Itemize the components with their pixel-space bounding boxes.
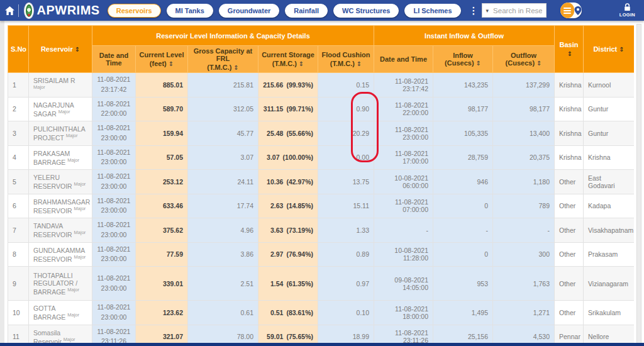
table-row: 6BRAHMAMSAGAR RESERVOIR Major11-08-20212… <box>8 194 635 218</box>
reservoir-type-badge: Major <box>33 84 45 90</box>
nav-tab-reservoirs[interactable]: Reservoirs <box>108 4 161 18</box>
cell-reservoir-name: BRAHMAMSAGAR RESERVOIR Major <box>29 194 92 218</box>
sort-icon: ⇕ <box>299 60 304 67</box>
cell-district: Kurnool <box>584 73 634 98</box>
cell-basin: Other <box>555 218 584 243</box>
cell-inflow: 946 <box>433 170 493 194</box>
apwrims-logo <box>24 3 34 19</box>
cell-reservoir-name: PRAKASAM BARRAGE Major <box>29 145 92 170</box>
cell-reservoir-name: GUNDLAKAMMA RESERVOIR Major <box>29 242 92 267</box>
brand-title: APWRIMS <box>37 3 100 18</box>
nav-tab-groundwater[interactable]: Groundwater <box>219 4 279 18</box>
storage-percentage: (99.93%) <box>286 81 313 89</box>
cell-flood-cushion: 0.90 <box>318 97 374 121</box>
nav-tab-wc-structures[interactable]: WC Structures <box>333 4 399 18</box>
search-input[interactable] <box>493 7 542 14</box>
cell-level-date-time: 11-08-202123:00:00 <box>92 301 136 325</box>
nav-tab-rainfall[interactable]: Rainfall <box>285 4 328 18</box>
cell-flood-cushion: 13.75 <box>318 170 374 194</box>
cell-instant-date-time: 11-08-2021 18:00:00 <box>374 301 433 325</box>
cell-district: Guntur <box>584 121 634 146</box>
table-row: 10GOTTA BARRAGE Major11-08-202123:00:001… <box>8 301 635 325</box>
left-scrollbar[interactable] <box>0 21 4 346</box>
cell-gross-capacity: 4.96 <box>188 218 258 243</box>
col-header-outflow[interactable]: Outflow (Cusecs)⇕ <box>493 46 555 73</box>
cell-current-level: 77.59 <box>136 242 188 267</box>
cell-sno: 9 <box>8 267 29 301</box>
login-button[interactable]: LOGIN <box>619 3 635 18</box>
cell-reservoir-name: PULICHINTHALA PROJECT Major <box>29 121 92 146</box>
cell-basin: Other <box>555 170 584 194</box>
more-menu-icon[interactable]: ⋮ <box>467 4 482 18</box>
home-icon[interactable] <box>5 4 14 18</box>
storage-percentage: (100.00%) <box>283 153 313 161</box>
cell-gross-capacity: 24.11 <box>188 170 258 194</box>
col-header-basin[interactable]: Basin⇕ <box>555 26 584 73</box>
col-header-reservoir[interactable]: Reservoir⇕ <box>29 26 92 73</box>
col-header-current-level[interactable]: Current Level (feet)⇕ <box>136 46 188 73</box>
cell-basin: Other <box>555 301 584 325</box>
table-row: 9THOTAPALLI REGULATOR / BARRAGE Major11-… <box>8 267 635 301</box>
location-pin-icon <box>574 6 582 15</box>
cell-gross-capacity: 45.77 <box>188 121 258 146</box>
col-header-flood-cushion[interactable]: Flood Cushion (T.M.C.)⇕ <box>318 46 374 73</box>
cell-flood-cushion: 0.10 <box>318 301 374 325</box>
cell-instant-date-time: 11-08-2021 23:00:00 <box>374 121 433 146</box>
sort-icon: ⇕ <box>169 60 174 67</box>
cell-instant-date-time: 11-08-2021 07:00:00 <box>374 194 433 218</box>
top-navigation-bar: APWRIMS Reservoirs MI Tanks Groundwater … <box>0 0 644 21</box>
sort-icon: ⇕ <box>75 46 80 53</box>
cell-current-storage: 25.48(55.66%) <box>258 121 318 146</box>
col-header-inflow[interactable]: Inflow (Cusecs)⇕ <box>433 46 493 73</box>
cell-outflow: 1,763 <box>493 267 555 301</box>
col-header-instant-date-time: Date and Time <box>374 46 433 73</box>
list-view-button[interactable] <box>560 3 574 18</box>
cell-gross-capacity: 17.74 <box>188 194 258 218</box>
col-header-district[interactable]: District⇕ <box>584 26 634 73</box>
storage-percentage: (76.94%) <box>286 250 313 258</box>
cell-level-date-time: 11-08-202123:00:00 <box>92 218 136 243</box>
cell-district: Visakhapatnam <box>584 218 634 243</box>
right-scrollbar[interactable] <box>636 24 641 346</box>
storage-percentage: (73.19%) <box>286 226 313 234</box>
cell-flood-cushion: 0.97 <box>318 267 374 301</box>
col-header-current-storage[interactable]: Current Storage (T.M.C.)⇕ <box>258 46 318 73</box>
reservoir-type-badge: Major <box>67 287 79 293</box>
cell-current-level: 339.01 <box>136 267 188 301</box>
cell-current-level: 159.94 <box>136 121 188 146</box>
cell-outflow: 789 <box>493 194 555 218</box>
cell-level-date-time: 11-08-202123:17:42 <box>92 73 136 98</box>
cell-basin: Other <box>555 194 584 218</box>
cell-reservoir-name: THOTAPALLI REGULATOR / BARRAGE Major <box>29 267 92 301</box>
cell-level-date-time: 11-08-202123:00:00 <box>92 170 136 194</box>
cell-level-date-time: 11-08-202123:00:00 <box>92 242 136 267</box>
cell-flood-cushion: 0.89 <box>318 242 374 267</box>
reservoir-type-badge: Major <box>66 133 78 138</box>
cell-outflow: 98,177 <box>493 97 555 121</box>
cell-district: East Godavari <box>584 170 634 194</box>
storage-percentage: (61.35%) <box>286 280 313 287</box>
cell-district: Krishna <box>584 145 634 170</box>
nav-tab-li-schemes[interactable]: LI Schemes <box>404 4 460 18</box>
cell-outflow: 300 <box>493 242 555 267</box>
search-dropdown-caret-icon[interactable]: ▾ <box>486 8 489 14</box>
storage-percentage: (42.97%) <box>286 178 313 186</box>
cell-sno: 10 <box>8 301 29 325</box>
lock-icon <box>623 3 631 11</box>
sort-icon: ⇕ <box>567 50 572 57</box>
cell-flood-cushion: 20.29 <box>318 121 374 146</box>
cell-sno: 1 <box>8 73 29 98</box>
group-header-inflow-outflow: Instant Inflow & Outflow <box>374 26 555 46</box>
cell-inflow: 0 <box>433 194 493 218</box>
map-view-button[interactable] <box>574 3 582 18</box>
cell-outflow: - <box>493 218 555 243</box>
cell-instant-date-time: 10-08-2021 06:00:00 <box>374 170 433 194</box>
cell-current-storage: 1.54(61.35%) <box>258 267 318 301</box>
reservoir-type-badge: Major <box>58 109 70 114</box>
nav-tab-mi-tanks[interactable]: MI Tanks <box>167 4 213 18</box>
reservoir-type-badge: Major <box>67 312 79 318</box>
cell-flood-cushion: 1.33 <box>318 218 374 243</box>
reservoir-type-badge: Major <box>67 157 79 163</box>
col-header-gross-capacity[interactable]: Gross Capacity at FRL (T.M.C.)⇕ <box>188 46 258 73</box>
cell-current-level: 375.62 <box>136 218 188 243</box>
